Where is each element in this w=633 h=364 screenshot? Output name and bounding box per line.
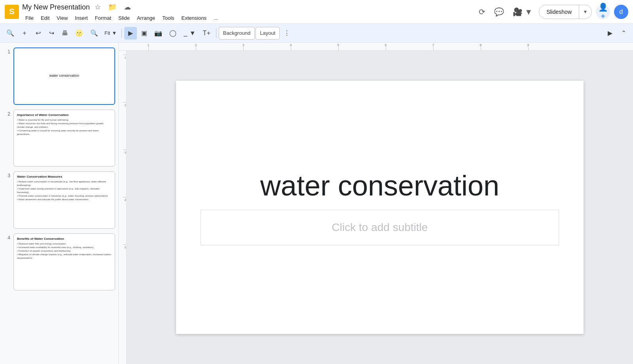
cloud-icon[interactable]: ☁ <box>122 1 133 13</box>
slide-main-title[interactable]: water conservation <box>260 169 499 202</box>
slideshow-main-button[interactable]: Slideshow <box>539 5 579 19</box>
transform-button[interactable]: ▣ <box>138 27 150 40</box>
slideshow-button[interactable]: Slideshow ▼ <box>539 5 592 19</box>
title-icons: ☆ 📁 ☁ <box>93 1 133 13</box>
slide-thumb-3[interactable]: Water Conservation Measures • Reduce wat… <box>13 171 115 229</box>
ruler-vertical: 1 2 3 4 5 <box>119 51 127 364</box>
slide-canvas-wrapper: 1 2 3 4 5 water conservation Click to <box>119 51 633 364</box>
menu-file[interactable]: File <box>22 14 37 22</box>
slide-thumb-inner-2: Importance of Water Conservation • Water… <box>14 110 115 167</box>
menu-bar: File Edit View Insert Format Slide Arran… <box>22 14 473 22</box>
top-bar: S My New Presentation ☆ 📁 ☁ File Edit Vi… <box>0 0 633 24</box>
app-icon: S <box>5 5 19 19</box>
avatar[interactable]: d <box>614 5 628 19</box>
menu-tools[interactable]: Tools <box>159 14 177 22</box>
slide-num-1: 1 <box>3 47 10 55</box>
slide-item-3[interactable]: 3 Water Conservation Measures • Reduce w… <box>3 171 115 229</box>
history-icon[interactable]: ⟳ <box>476 5 488 19</box>
slide-num-3: 3 <box>3 171 10 178</box>
slide-thumb-inner-1: water conservation <box>14 48 114 104</box>
paint-format-button[interactable]: 🌝 <box>72 27 86 40</box>
line-button[interactable]: ⎯ ▼ <box>180 27 199 40</box>
meet-icon[interactable]: 🎥 ▼ <box>510 5 535 19</box>
ruler-mark-5: 5 <box>315 43 362 50</box>
image-button[interactable]: 📷 <box>151 27 165 40</box>
shapes-button[interactable]: ◯ <box>166 27 180 40</box>
ruler-v-mark-1: 1 <box>123 55 126 102</box>
menu-format[interactable]: Format <box>92 14 114 22</box>
toolbar: 🔍 + ↩ ↪ 🖶 🌝 🔍 Fit ▼ ▶ ▣ 📷 ◯ ⎯ ▼ T+ Backg… <box>0 24 633 43</box>
doc-title-text[interactable]: My New Presentation <box>22 3 90 11</box>
slide-subtitle-box[interactable]: Click to add subtitle <box>201 210 559 245</box>
zoom-select[interactable]: Fit ▼ <box>102 28 119 38</box>
divider-1 <box>121 28 122 38</box>
select-tool-button[interactable]: ▶ <box>124 27 137 40</box>
slide-thumb-inner-4: Benefits of Water Conservation • Reduced… <box>14 234 115 290</box>
ruler-h-marks: 1 2 3 4 5 6 7 8 9 <box>125 43 552 50</box>
slides-panel: 1 water conservation 2 Importance of Wat… <box>0 43 119 364</box>
slide-item-4[interactable]: 4 Benefits of Water Conservation • Reduc… <box>3 233 115 291</box>
redo-button[interactable]: ↪ <box>45 27 58 40</box>
slide-num-4: 4 <box>3 233 10 241</box>
ruler-v-mark-3: 3 <box>123 150 126 197</box>
title-area: My New Presentation ☆ 📁 ☁ File Edit View… <box>22 1 473 22</box>
star-icon[interactable]: ☆ <box>93 1 102 13</box>
slide-1-title: water conservation <box>49 74 80 78</box>
slide-subtitle-placeholder[interactable]: Click to add subtitle <box>332 221 428 233</box>
ruler-mark-4: 4 <box>267 43 315 50</box>
ruler-v-mark-5: 5 <box>123 245 126 292</box>
main-content: 1 water conservation 2 Importance of Wat… <box>0 43 633 364</box>
doc-title: My New Presentation ☆ 📁 ☁ <box>22 1 473 13</box>
slideshow-dropdown-button[interactable]: ▼ <box>579 5 591 19</box>
ruler-v-mark-2: 2 <box>123 102 126 150</box>
zoom-label: Fit <box>104 30 110 36</box>
menu-edit[interactable]: Edit <box>38 14 53 22</box>
menu-extensions[interactable]: Extensions <box>178 14 210 22</box>
zoom-dropdown-icon: ▼ <box>112 30 117 36</box>
slide-3-bullets: • Reduce water consumption in households… <box>17 180 112 201</box>
send-button[interactable]: ▶ <box>604 27 616 40</box>
ruler-mark-9: 9 <box>504 43 552 50</box>
menu-arrange[interactable]: Arrange <box>134 14 158 22</box>
slide-item-1[interactable]: 1 water conservation <box>3 47 115 105</box>
ruler-mark-8: 8 <box>457 43 504 50</box>
ruler-mark-2: 2 <box>172 43 220 50</box>
slide-thumb-2[interactable]: Importance of Water Conservation • Water… <box>13 110 115 167</box>
menu-view[interactable]: View <box>53 14 71 22</box>
collapse-button[interactable]: ⌃ <box>617 27 630 40</box>
textbox-button[interactable]: T+ <box>200 27 214 40</box>
ruler-mark-3: 3 <box>220 43 267 50</box>
slide-num-2: 2 <box>3 110 10 117</box>
slide-thumb-inner-3: Water Conservation Measures • Reduce wat… <box>14 172 115 228</box>
more-options-button[interactable]: ⋮ <box>280 27 293 40</box>
slide-4-bullets: • Reduced water bills and energy consump… <box>17 242 112 260</box>
ruler-mark-1: 1 <box>125 43 172 50</box>
menu-insert[interactable]: Insert <box>72 14 91 22</box>
slide-canvas[interactable]: water conservation Click to add subtitle <box>176 81 584 334</box>
slide-4-heading: Benefits of Water Conservation <box>17 237 112 241</box>
menu-more[interactable]: ... <box>210 14 221 22</box>
layout-button[interactable]: Layout <box>256 27 280 40</box>
menu-slide[interactable]: Slide <box>115 14 133 22</box>
ruler-mark-6: 6 <box>362 43 409 50</box>
add-people-button[interactable]: 👤+ <box>596 5 610 19</box>
comment-icon[interactable]: 💬 <box>492 5 506 19</box>
slide-3-heading: Water Conservation Measures <box>17 175 112 178</box>
folder-icon[interactable]: 📁 <box>106 1 118 13</box>
ruler-mark-7: 7 <box>409 43 457 50</box>
print-button[interactable]: 🖶 <box>59 27 71 40</box>
divider-2 <box>216 28 216 38</box>
slide-2-heading: Importance of Water Conservation <box>17 113 112 117</box>
canvas-area: 1 2 3 4 5 6 7 8 9 1 2 3 <box>119 43 633 364</box>
zoom-in-button[interactable]: + <box>18 27 31 40</box>
zoom-button[interactable]: 🔍 <box>87 27 101 40</box>
slide-item-2[interactable]: 2 Importance of Water Conservation • Wat… <box>3 110 115 167</box>
top-right-actions: ⟳ 💬 🎥 ▼ Slideshow ▼ 👤+ d <box>476 5 628 19</box>
background-button[interactable]: Background <box>219 27 255 40</box>
slide-thumb-1[interactable]: water conservation <box>13 47 115 105</box>
undo-button[interactable]: ↩ <box>32 27 44 40</box>
ruler-horizontal: 1 2 3 4 5 6 7 8 9 <box>119 43 633 51</box>
slide-thumb-4[interactable]: Benefits of Water Conservation • Reduced… <box>13 233 115 291</box>
slide-2-bullets: • Water is essential for life and human … <box>17 118 112 136</box>
search-button[interactable]: 🔍 <box>3 27 17 40</box>
